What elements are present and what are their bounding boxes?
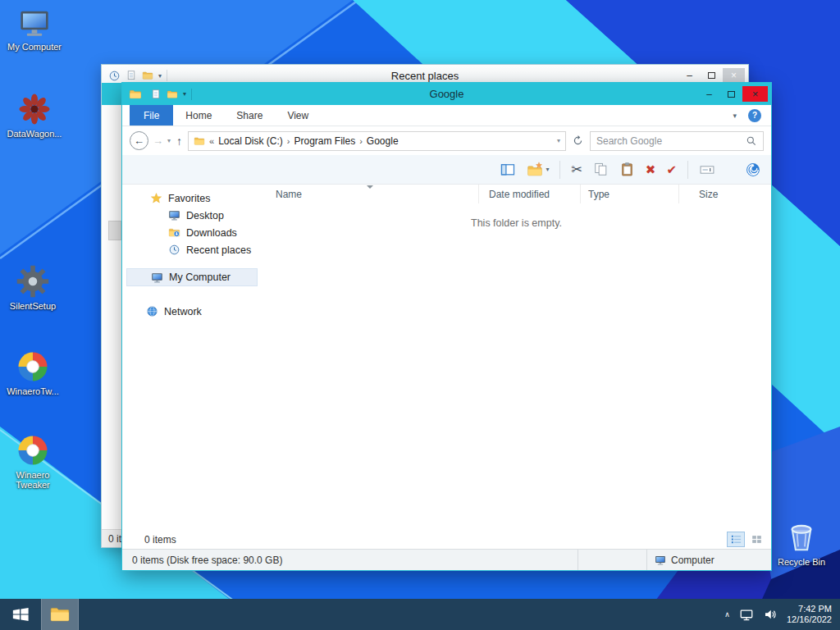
- confirm-icon[interactable]: ✔: [666, 162, 677, 177]
- properties-icon[interactable]: [126, 70, 137, 81]
- nav-desktop[interactable]: Desktop: [122, 207, 262, 224]
- window-google[interactable]: ▾ Google – × File Home Share View ▾ ? ← …: [121, 82, 772, 571]
- nav-network[interactable]: Network: [122, 303, 262, 320]
- clock-time: 7:42 PM: [787, 604, 832, 614]
- details-pane-icon[interactable]: [500, 162, 516, 178]
- refresh-icon[interactable]: [572, 135, 584, 147]
- back-button[interactable]: ←: [130, 131, 148, 150]
- column-header-name[interactable]: Name: [262, 185, 479, 203]
- separator: [559, 161, 560, 179]
- volume-icon[interactable]: [763, 607, 778, 622]
- items-count: 0 items: [144, 534, 176, 546]
- desktop-icon-recycle-bin[interactable]: Recycle Bin: [772, 517, 831, 567]
- search-input[interactable]: [596, 135, 746, 147]
- tab-file[interactable]: File: [130, 105, 173, 126]
- shell-icon[interactable]: [745, 162, 761, 178]
- column-header-type[interactable]: Type: [581, 185, 679, 203]
- minimize-button[interactable]: –: [698, 86, 720, 102]
- clock[interactable]: 7:42 PM 12/16/2022: [787, 604, 832, 625]
- nav-recent-places[interactable]: Recent places: [122, 241, 262, 258]
- qat-dropdown-icon[interactable]: ▾: [158, 72, 162, 80]
- desktop-icon-winaerotw[interactable]: WinaeroTw...: [3, 349, 62, 396]
- search-box[interactable]: [590, 131, 764, 151]
- empty-folder-message: This folder is empty.: [262, 217, 771, 229]
- separator: [167, 70, 167, 81]
- rename-icon[interactable]: [699, 162, 715, 178]
- spacer: [122, 258, 262, 268]
- nav-label: Favorites: [168, 193, 210, 204]
- search-icon[interactable]: [746, 135, 757, 147]
- separator: [687, 161, 688, 179]
- tab-home[interactable]: Home: [173, 105, 224, 126]
- nav-downloads[interactable]: Downloads: [122, 224, 262, 241]
- tab-view[interactable]: View: [275, 105, 321, 126]
- quick-access-toolbar: ▾: [147, 89, 192, 100]
- new-folder-button[interactable]: ▾: [527, 162, 549, 178]
- desktop-icon-my-computer[interactable]: My Computer: [5, 7, 64, 52]
- nav-my-computer[interactable]: My Computer: [126, 268, 258, 286]
- column-header-date-modified[interactable]: Date modified: [479, 185, 581, 203]
- file-list: Name Date modified Type Size This folder…: [262, 185, 771, 531]
- column-label: Name: [276, 189, 302, 200]
- status-cell: [578, 550, 646, 570]
- folder-icon: [49, 604, 71, 625]
- desktop-icon-silentsetup[interactable]: SilentSetup: [3, 264, 62, 311]
- taskbar-file-explorer-button[interactable]: [41, 599, 79, 630]
- status-text: 0 items (Disk free space: 90.0 GB): [122, 555, 578, 566]
- column-label: Type: [588, 189, 609, 200]
- address-bar[interactable]: « Local Disk (C:) › Program Files › Goog…: [188, 131, 566, 151]
- chevron-right-icon: ›: [359, 136, 363, 146]
- column-header-size[interactable]: Size: [679, 185, 765, 203]
- ribbon-right-controls: ▾ ?: [733, 105, 771, 126]
- thumbnails-view-button[interactable]: [747, 532, 765, 547]
- start-button[interactable]: [0, 599, 41, 630]
- paste-icon[interactable]: [619, 162, 635, 177]
- address-dropdown-icon[interactable]: ▾: [557, 137, 560, 144]
- desktop-icon-label: WinaeroTw...: [3, 386, 62, 396]
- desktop-icon-label: My Computer: [5, 42, 64, 52]
- forward-button[interactable]: →: [153, 135, 163, 147]
- maximize-button[interactable]: [720, 86, 742, 102]
- tab-share[interactable]: Share: [224, 105, 275, 126]
- qat-dropdown-icon[interactable]: ▾: [183, 90, 186, 98]
- address-toolbar: ← → ▾ ↑ « Local Disk (C:) › Program File…: [122, 126, 771, 155]
- computer-icon: [151, 272, 163, 284]
- titlebar[interactable]: ▾ Google – ×: [122, 83, 771, 105]
- new-folder-icon[interactable]: [142, 70, 153, 81]
- ribbon-collapse-icon[interactable]: ▾: [733, 112, 737, 120]
- new-folder-icon[interactable]: [167, 89, 178, 100]
- tray-expand-icon[interactable]: ∧: [724, 610, 730, 619]
- breadcrumb-program-files[interactable]: Program Files: [294, 135, 356, 147]
- copy-icon[interactable]: [593, 162, 609, 177]
- cut-icon[interactable]: ✂: [571, 162, 582, 177]
- color-wheel-icon: [16, 349, 50, 384]
- window-controls: – ×: [698, 86, 768, 102]
- crumb-overflow[interactable]: «: [209, 136, 214, 146]
- column-headers: Name Date modified Type Size: [262, 185, 771, 203]
- ribbon-tabs: File Home Share View ▾ ?: [122, 105, 771, 126]
- history-dropdown-icon[interactable]: ▾: [167, 137, 171, 144]
- address-folder-icon: [194, 135, 205, 147]
- up-button[interactable]: ↑: [176, 135, 182, 148]
- app-folder-icon: [129, 88, 142, 101]
- details-view-button[interactable]: [727, 532, 745, 547]
- close-button[interactable]: ×: [723, 68, 745, 84]
- windows-logo-icon: [11, 605, 30, 623]
- breadcrumb-google[interactable]: Google: [367, 135, 399, 147]
- close-button[interactable]: ×: [742, 86, 768, 102]
- nav-favorites[interactable]: Favorites: [122, 189, 262, 207]
- nav-label: Network: [164, 306, 202, 317]
- minimize-button[interactable]: –: [678, 68, 701, 84]
- status-bar: 0 items (Disk free space: 90.0 GB) Compu…: [122, 549, 771, 570]
- breadcrumb-drive[interactable]: Local Disk (C:): [218, 135, 283, 147]
- back-window-scroll-fragment[interactable]: [108, 221, 121, 240]
- details-view-icon: [730, 533, 742, 546]
- help-icon[interactable]: ?: [748, 109, 761, 122]
- taskbar: ∧ 7:42 PM 12/16/2022: [0, 599, 840, 630]
- desktop-icon-winaero-tweaker[interactable]: Winaero Tweaker: [3, 433, 62, 490]
- desktop-icon-datawagon[interactable]: DataWagon...: [5, 92, 64, 139]
- maximize-button[interactable]: [701, 68, 723, 84]
- delete-icon[interactable]: ✖: [646, 162, 656, 177]
- network-tray-icon[interactable]: [739, 607, 754, 622]
- properties-icon[interactable]: [150, 89, 162, 100]
